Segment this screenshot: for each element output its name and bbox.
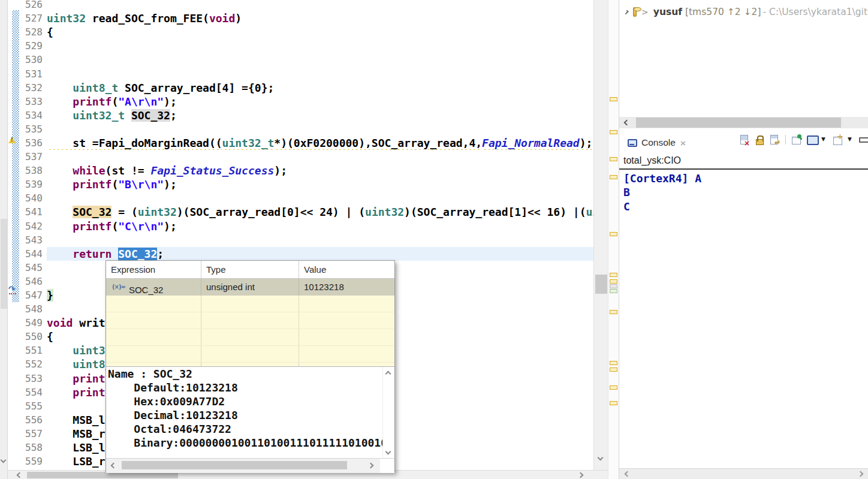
table-row[interactable]	[106, 312, 394, 329]
scroll-right-icon[interactable]	[578, 472, 584, 478]
editor-vertical-scrollbar[interactable]	[593, 0, 608, 470]
warn-annotation-mark[interactable]	[610, 130, 617, 134]
code-line-527[interactable]: 527uint32 read_SOC_from_FEE(void)	[20, 11, 593, 25]
code-text[interactable]: return SOC_32;	[47, 247, 593, 261]
tab-console[interactable]: Console	[623, 133, 691, 152]
popup-hscroll-thumb[interactable]	[122, 461, 347, 469]
git-hscroll-thumb[interactable]	[636, 118, 841, 128]
clear-console-icon[interactable]	[739, 134, 750, 145]
code-text[interactable]	[47, 67, 593, 80]
code-line-528[interactable]: 528{	[20, 25, 593, 39]
scroll-up-icon[interactable]	[385, 371, 391, 377]
word-wrap-icon[interactable]	[769, 134, 780, 145]
dropdown-icon[interactable]	[848, 134, 855, 145]
warn-annotation-mark[interactable]	[610, 401, 617, 405]
scroll-left-icon[interactable]	[625, 471, 631, 477]
code-text[interactable]: printf("C\r\n");	[47, 219, 593, 233]
code-text[interactable]: uint32_t SOC_32;	[47, 109, 593, 122]
warn-annotation-mark[interactable]	[610, 385, 617, 390]
warn-annotation-mark[interactable]	[610, 367, 617, 372]
line-number: 536	[20, 137, 47, 149]
code-text[interactable]: while(st != Fapi_Status_Success);	[47, 164, 593, 177]
code-text[interactable]: SOC_32 = (uint32)(SOC_array_read[0]<< 24…	[47, 205, 593, 219]
warn-annotation-mark[interactable]	[610, 273, 617, 277]
warn-annotation-mark[interactable]	[610, 232, 617, 236]
warn-annotation-mark[interactable]	[610, 361, 617, 365]
table-row[interactable]	[106, 346, 394, 363]
left-scrollbar-thumb[interactable]	[1, 219, 7, 309]
code-text[interactable]: printf("A\r\n");	[47, 95, 593, 109]
code-line-543[interactable]: 543	[20, 233, 593, 247]
git-view-horizontal-scrollbar[interactable]	[619, 117, 868, 128]
warn-annotation-mark[interactable]	[610, 310, 617, 314]
code-text[interactable]	[47, 233, 593, 247]
code-text[interactable]	[47, 191, 593, 205]
code-text[interactable]: st =Fapi_doMarginRead((uint32_t*)(0xF020…	[47, 136, 593, 150]
gray-annotation-mark[interactable]	[610, 284, 617, 288]
scroll-down-icon[interactable]	[598, 455, 604, 461]
scroll-down-icon[interactable]	[1, 457, 7, 463]
code-line-526[interactable]: 526	[20, 0, 593, 11]
value-cell[interactable]: 10123218	[299, 279, 394, 296]
detail-vertical-scrollbar[interactable]	[382, 367, 394, 458]
code-line-530[interactable]: 530	[20, 53, 593, 67]
minimize-icon[interactable]	[859, 134, 867, 145]
code-text[interactable]: {	[47, 25, 593, 39]
code-line-536[interactable]: 536 st =Fapi_doMarginRead((uint32_t*)(0x…	[20, 136, 593, 150]
code-line-537[interactable]: 537	[20, 150, 593, 164]
popup-horizontal-scrollbar[interactable]	[106, 458, 394, 473]
expression-cell[interactable]: (×)= SOC_32	[106, 279, 201, 296]
left-scrollbar[interactable]	[0, 0, 8, 479]
code-line-533[interactable]: 533 printf("A\r\n");	[20, 95, 593, 109]
display-selected-console-icon[interactable]	[806, 134, 817, 145]
scroll-left-icon[interactable]	[111, 463, 117, 469]
type-cell[interactable]: unsigned int	[201, 279, 299, 296]
scroll-down-icon[interactable]	[385, 449, 391, 455]
table-row[interactable]	[106, 296, 394, 312]
code-line-531[interactable]: 531	[20, 67, 593, 80]
warn-annotation-mark[interactable]	[610, 279, 617, 284]
expand-chevron-icon[interactable]	[625, 10, 629, 14]
dropdown-icon[interactable]	[821, 134, 828, 145]
code-line-540[interactable]: 540	[20, 191, 593, 205]
code-text[interactable]	[47, 122, 593, 136]
scroll-right-icon[interactable]	[368, 463, 374, 469]
code-line-544[interactable]: 544 return SOC_32;	[20, 247, 593, 261]
console-horizontal-scrollbar[interactable]	[619, 468, 868, 479]
open-console-icon[interactable]	[833, 134, 843, 145]
editor-marker-bar[interactable]	[8, 0, 20, 470]
editor-vscroll-thumb[interactable]	[595, 275, 607, 294]
close-icon[interactable]	[680, 138, 686, 147]
code-line-532[interactable]: 532 uint8_t SOC_array_read[4] ={0};	[20, 81, 593, 95]
table-row[interactable]	[106, 329, 394, 346]
code-text[interactable]: printf("B\r\n");	[47, 177, 593, 191]
code-line-529[interactable]: 529	[20, 39, 593, 53]
code-text[interactable]: uint32 read_SOC_from_FEE(void)	[47, 11, 593, 25]
overview-ruler[interactable]	[608, 0, 619, 479]
line-number: 533	[20, 96, 47, 107]
scroll-lock-icon[interactable]	[754, 134, 765, 145]
git-repository-node[interactable]: > yusuf [tms570 ↑2 ↓2] - C:\Users\ykarat…	[625, 5, 867, 19]
code-text[interactable]	[47, 53, 593, 67]
code-text[interactable]	[47, 150, 593, 164]
detail-line: Octal:046473722	[106, 422, 394, 436]
code-text[interactable]	[47, 0, 593, 11]
expression-icon: (×)=	[112, 284, 125, 296]
scroll-left-icon[interactable]	[624, 120, 630, 126]
code-line-535[interactable]: 535	[20, 122, 593, 136]
warn-annotation-mark[interactable]	[610, 97, 617, 101]
code-line-539[interactable]: 539 printf("B\r\n");	[20, 177, 593, 191]
warn-annotation-mark[interactable]	[610, 157, 617, 161]
scroll-left-icon[interactable]	[17, 472, 23, 478]
code-text[interactable]: uint8_t SOC_array_read[4] ={0};	[47, 81, 593, 95]
code-line-542[interactable]: 542 printf("C\r\n");	[20, 219, 593, 233]
code-line-534[interactable]: 534 uint32_t SOC_32;	[20, 109, 593, 122]
warn-annotation-mark[interactable]	[610, 175, 617, 179]
expression-row[interactable]: (×)= SOC_32 unsigned int 10123218	[106, 279, 394, 296]
code-line-541[interactable]: 541 SOC_32 = (uint32)(SOC_array_read[0]<…	[20, 205, 593, 219]
green-annotation-mark[interactable]	[610, 289, 617, 293]
pin-console-icon[interactable]	[791, 134, 802, 145]
code-text[interactable]	[47, 39, 593, 53]
code-line-538[interactable]: 538 while(st != Fapi_Status_Success);	[20, 164, 593, 177]
scroll-right-icon[interactable]	[858, 471, 864, 477]
